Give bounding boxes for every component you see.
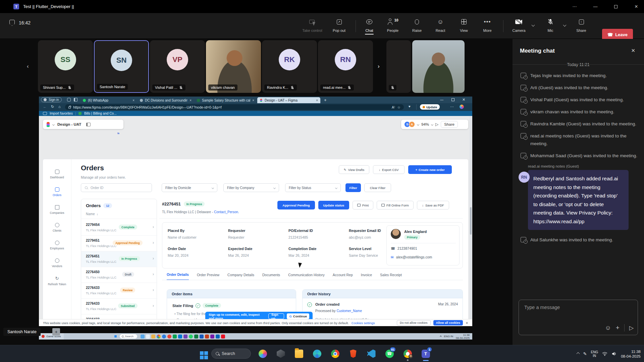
cookie-close-icon[interactable]: ✕ (466, 321, 468, 325)
cookies-settings-link[interactable]: Cookies settings (352, 321, 375, 325)
page-scrollbar-track[interactable] (470, 116, 472, 319)
app-icon[interactable] (151, 335, 155, 339)
order-row[interactable]: 2279451TL Flex Holdings LLCApproval Pend… (81, 236, 157, 251)
order-row[interactable]: 2276433TL Flex Holdings LLCSubmitted› (81, 299, 157, 314)
order-id-search-input[interactable]: Order ID (81, 183, 152, 192)
raise-hand-button[interactable]: Raise (405, 17, 429, 33)
mic-button[interactable]: Mic (539, 17, 562, 33)
app-icon[interactable] (200, 335, 204, 339)
order-row[interactable]: 2276450TL Flex Holdings LLCDraft› (81, 267, 157, 283)
more-options-icon[interactable]: ⋯ (567, 0, 582, 13)
mic-chevron-down-icon[interactable] (563, 23, 567, 27)
view-button[interactable]: View (452, 17, 476, 33)
refresh-icon[interactable]: ↻ (51, 105, 54, 109)
tab-order-details[interactable]: Order Details (167, 273, 189, 280)
tab-close-icon[interactable]: × (316, 99, 318, 102)
participant-tile[interactable]: VP Vishal Patil ... (150, 40, 205, 93)
create-new-order-button[interactable]: +Create new order (408, 165, 452, 174)
sidebar-item-dashboard[interactable]: Dashboard (43, 165, 71, 183)
taskbar-app[interactable] (272, 346, 290, 361)
leave-button[interactable]: ☎ Leave (602, 29, 633, 40)
order-row[interactable]: 2279454TL Flex Holdings LLCComplete› (81, 220, 157, 236)
workspaces-icon[interactable] (67, 98, 71, 102)
chat-button[interactable]: Chat (358, 17, 381, 33)
browser-profile-button[interactable]: Sign in (41, 97, 62, 102)
app-icon[interactable] (141, 335, 145, 339)
tab-close-icon[interactable]: × (252, 99, 254, 102)
share-button[interactable]: ↑ Share (570, 17, 593, 33)
app-icon[interactable] (189, 335, 193, 339)
order-row[interactable]: 2276433TL Flex Holdings LLCReview› (81, 283, 157, 299)
close-icon[interactable]: ✕ (629, 0, 644, 13)
chat-input[interactable]: Type a message ☺ + ▷ (519, 300, 638, 335)
google-continue-button[interactable]: GContinue (287, 313, 309, 319)
view-drafts-button[interactable]: ✎View Drafts (339, 165, 369, 174)
sign-up-button[interactable]: Sign up (268, 313, 284, 319)
wifi-icon[interactable] (602, 352, 607, 356)
language-indicator[interactable]: ENGIN (591, 350, 598, 358)
read-aloud-icon[interactable]: A⁾ (392, 105, 395, 109)
inner-clock[interactable]: 11:3808-04-2025 (456, 334, 470, 340)
export-csv-button[interactable]: ↓Export CSV (373, 165, 405, 174)
customer-name-link[interactable]: Customer_Name (336, 309, 362, 313)
more-button[interactable]: ••• More (476, 17, 499, 33)
zoom-chevron-icon[interactable] (431, 123, 433, 125)
new-tab-icon[interactable]: + (324, 98, 327, 103)
contact-email[interactable]: alex@vstatefilings.com (396, 255, 432, 259)
app-icon[interactable] (194, 335, 198, 339)
clear-filter-button[interactable]: Clear Filter (364, 183, 391, 192)
filter-domicile-dropdown[interactable]: Filter by Domicile (162, 183, 217, 192)
taskbar-teams[interactable]: T1 (417, 346, 435, 361)
collaborators-chevron-icon[interactable] (417, 123, 419, 125)
tab-order-preview[interactable]: Order Preview (197, 273, 219, 280)
browser-settings-dots-icon[interactable]: ⋯ (450, 105, 454, 109)
taskbar-chrome-profile[interactable] (398, 346, 417, 361)
chevron-right-icon[interactable]: › (378, 63, 380, 70)
browser-minimize-icon[interactable]: — (440, 98, 443, 102)
filter-apply-button[interactable]: Filter (345, 183, 361, 192)
app-icon[interactable] (157, 335, 161, 339)
add-overlay-button[interactable]: + (52, 328, 60, 336)
figma-logo-icon[interactable] (47, 122, 50, 127)
attach-plus-icon[interactable]: + (616, 324, 620, 331)
app-icon[interactable] (221, 335, 225, 339)
browser-essentials-icon[interactable]: ♥ (409, 105, 411, 108)
chevron-left-icon[interactable]: ‹ (27, 63, 29, 70)
approval-pending-button[interactable]: Approval Pending (277, 201, 315, 209)
tab-company-details[interactable]: Company Details (227, 273, 254, 280)
fill-online-form-button[interactable]: Fill Online Form (377, 201, 414, 209)
tab-account-rep[interactable]: Account Rep (333, 273, 353, 280)
participant-tile[interactable]: RK Ravindra K... (262, 40, 317, 93)
contact-phone[interactable]: 2123874901 (397, 246, 417, 250)
hidden-icons-chevron[interactable] (576, 352, 580, 356)
sort-arrow-icon[interactable]: ↓ (97, 212, 98, 216)
update-browser-button[interactable]: Update (420, 104, 440, 110)
allow-cookies-button[interactable]: Allow all cookies (433, 320, 463, 325)
tab-communication-history[interactable]: Communication History (288, 273, 325, 280)
tab-sales-receipt[interactable]: Sales Receipt (380, 273, 402, 280)
taskbar-copilot[interactable] (254, 346, 272, 361)
update-status-button[interactable]: Update status (318, 201, 349, 209)
inner-language[interactable]: ENG IN (444, 335, 453, 338)
app-icon[interactable] (146, 335, 150, 339)
browser-tab[interactable]: (6) WhatsApp× (80, 97, 137, 103)
search-pill[interactable]: Search (120, 334, 137, 339)
column-header[interactable]: Name (86, 212, 95, 216)
tab-close-icon[interactable]: × (132, 99, 135, 102)
filter-company-dropdown[interactable]: Filter by Company (223, 183, 279, 192)
filter-status-dropdown[interactable]: Filter by Status (285, 183, 341, 192)
participant-tile-active-speaker[interactable]: SN Santosh Narate (94, 40, 149, 93)
app-icon[interactable] (162, 335, 166, 339)
app-icon[interactable] (167, 335, 171, 339)
taskbar-edge[interactable] (308, 346, 326, 361)
zoom-level[interactable]: 94% (421, 122, 429, 126)
sidebar-item-companies[interactable]: Companies (43, 201, 71, 219)
minimize-icon[interactable]: — (588, 0, 603, 13)
volume-icon[interactable] (611, 352, 617, 356)
taskbar-chrome[interactable] (326, 346, 344, 361)
bookmark-item[interactable]: Import favorites (50, 112, 73, 115)
participant-tile[interactable]: SS Shivani Sup... (38, 40, 93, 93)
bookmark-item[interactable]: Bills | Billing and Co... (84, 112, 117, 115)
taskbar-search[interactable]: Search (211, 346, 254, 361)
sidebar-item-orders[interactable]: Orders (43, 183, 71, 201)
